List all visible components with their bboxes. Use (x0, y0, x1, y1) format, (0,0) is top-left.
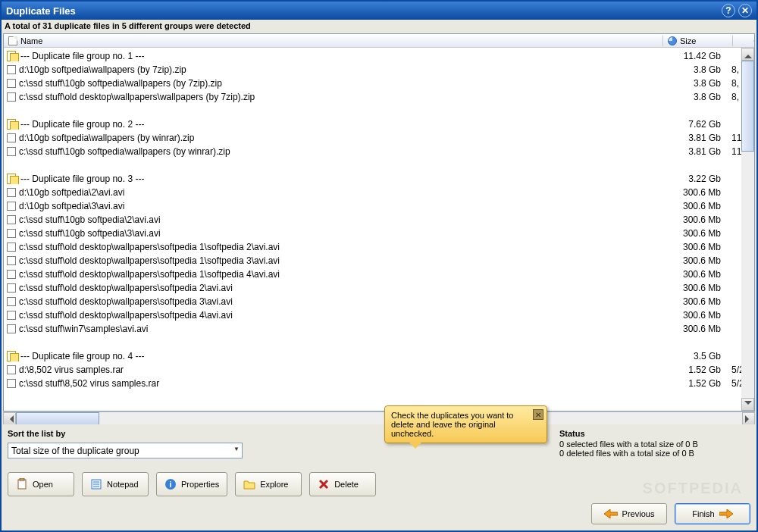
explore-button[interactable]: Explore (235, 472, 302, 496)
arrow-left-icon (604, 509, 618, 518)
arrow-right-icon (719, 509, 733, 518)
file-checkbox[interactable] (7, 92, 16, 102)
horizontal-scrollbar[interactable] (3, 412, 755, 424)
file-row[interactable]: c:\ssd stuff\old desktop\wallpapers\soft… (4, 281, 754, 295)
row-name: c:\ssd stuff\old desktop\wallpapers\soft… (19, 296, 233, 307)
group-row[interactable]: --- Duplicate file group no. 4 ---3.5 Gb (4, 349, 754, 363)
notepad-icon (90, 478, 102, 490)
file-checkbox[interactable] (7, 270, 16, 279)
file-checkbox[interactable] (7, 79, 16, 88)
row-name: c:\ssd stuff\8,502 virus samples.rar (19, 378, 159, 389)
row-size: 300.6 Mb (663, 296, 727, 307)
file-row[interactable]: c:\ssd stuff\old desktop\wallpapers\soft… (4, 268, 754, 281)
file-checkbox[interactable] (7, 365, 16, 374)
close-icon[interactable]: ✕ (738, 4, 752, 17)
scroll-down-button[interactable] (741, 398, 754, 411)
column-name[interactable]: Name (4, 36, 663, 46)
row-name: d:\10gb softpedia\3\avi.avi (19, 201, 124, 211)
file-checkbox[interactable] (7, 379, 16, 388)
sort-select[interactable] (8, 443, 243, 458)
notepad-button[interactable]: Notepad (82, 472, 149, 496)
delete-icon (318, 478, 330, 490)
summary-text: A total of 31 duplicate files in 5 diffe… (2, 20, 756, 33)
file-row[interactable]: d:\10gb softpedia\wallpapers (by 7zip).z… (4, 63, 754, 77)
file-checkbox[interactable] (7, 283, 16, 293)
file-checkbox[interactable] (7, 65, 16, 74)
status-line-2: 0 deleted files with a total size of 0 B (559, 449, 749, 458)
row-name: c:\ssd stuff\10gb softpedia\3\avi.avi (19, 228, 161, 239)
file-checkbox[interactable] (7, 202, 16, 211)
file-row[interactable]: c:\ssd stuff\old desktop\wallpapers\soft… (4, 295, 754, 308)
file-checkbox[interactable] (7, 297, 16, 306)
file-row[interactable]: c:\ssd stuff\win7\samples\avi.avi300.6 M… (4, 322, 754, 336)
delete-button[interactable]: Delete (309, 472, 376, 496)
help-icon[interactable]: ? (722, 4, 735, 17)
file-checkbox[interactable] (7, 133, 16, 142)
row-size: 7.62 Gb (663, 119, 727, 130)
folder-icon (243, 478, 255, 490)
group-row[interactable]: --- Duplicate file group no. 2 ---7.62 G… (4, 117, 754, 131)
row-size: 300.6 Mb (663, 228, 727, 239)
scroll-thumb-h[interactable] (16, 412, 99, 425)
file-checkbox[interactable] (7, 324, 16, 333)
file-row[interactable]: c:\ssd stuff\8,502 virus samples.rar1.52… (4, 377, 754, 390)
scroll-left-button[interactable] (3, 412, 16, 425)
file-checkbox[interactable] (7, 215, 16, 224)
window-title: Duplicate Files (6, 5, 719, 17)
file-checkbox[interactable] (7, 311, 16, 320)
row-size: 3.8 Gb (663, 64, 727, 75)
list-body[interactable]: --- Duplicate file group no. 1 ---11.42 … (4, 48, 754, 411)
row-name: c:\ssd stuff\10gb softpedia\2\avi.avi (19, 214, 161, 225)
vertical-scrollbar[interactable] (741, 48, 754, 411)
clipboard-icon (16, 478, 28, 490)
row-name: c:\ssd stuff\old desktop\wallpapers\soft… (19, 242, 280, 252)
column-size[interactable]: Size (663, 36, 733, 46)
group-icon (7, 119, 17, 130)
file-row[interactable]: c:\ssd stuff\10gb softpedia\wallpapers (… (4, 145, 754, 158)
file-row[interactable]: c:\ssd stuff\10gb softpedia\wallpapers (… (4, 77, 754, 90)
file-checkbox[interactable] (7, 188, 16, 197)
previous-button[interactable]: Previous (591, 503, 667, 524)
bottom-panel: Sort the list by Check the duplicates yo… (2, 424, 756, 530)
row-name: c:\ssd stuff\10gb softpedia\wallpapers (… (19, 78, 222, 89)
scroll-right-button[interactable] (742, 412, 755, 425)
row-size: 300.6 Mb (663, 269, 727, 280)
row-name: --- Duplicate file group no. 3 --- (20, 174, 144, 184)
list-header: Name Size (4, 34, 754, 48)
file-row[interactable]: c:\ssd stuff\old desktop\wallpapers\soft… (4, 240, 754, 254)
file-row[interactable]: c:\ssd stuff\old desktop\wallpapers\soft… (4, 308, 754, 322)
file-row[interactable]: d:\10gb softpedia\wallpapers (by winrar)… (4, 131, 754, 145)
group-icon (7, 51, 17, 61)
row-name: c:\ssd stuff\win7\samples\avi.avi (19, 324, 149, 334)
row-size: 300.6 Mb (663, 201, 727, 211)
file-checkbox[interactable] (7, 256, 16, 265)
file-row[interactable]: c:\ssd stuff\10gb softpedia\2\avi.avi300… (4, 213, 754, 227)
row-size: 1.52 Gb (663, 365, 727, 375)
scroll-up-button[interactable] (741, 48, 754, 61)
svg-rect-1 (20, 478, 24, 480)
file-row[interactable]: d:\10gb softpedia\3\avi.avi300.6 Mb (4, 199, 754, 213)
row-name: --- Duplicate file group no. 4 --- (20, 351, 144, 361)
row-name: --- Duplicate file group no. 1 --- (20, 51, 144, 61)
properties-button[interactable]: iProperties (156, 472, 227, 496)
row-size: 300.6 Mb (663, 310, 727, 321)
file-row[interactable]: d:\10gb softpedia\2\avi.avi300.6 Mb (4, 186, 754, 199)
scroll-thumb[interactable] (741, 61, 754, 152)
row-name: c:\ssd stuff\old desktop\wallpapers\soft… (19, 255, 280, 266)
finish-button[interactable]: Finish (675, 503, 750, 524)
file-list: Name Size --- Duplicate file group no. 1… (3, 33, 755, 412)
file-row[interactable]: d:\8,502 virus samples.rar1.52 Gb5/2 (4, 363, 754, 377)
group-row[interactable]: --- Duplicate file group no. 3 ---3.22 G… (4, 172, 754, 186)
open-button[interactable]: Open (8, 472, 74, 496)
svg-text:i: i (169, 480, 171, 489)
file-row[interactable]: c:\ssd stuff\old desktop\wallpapers\soft… (4, 254, 754, 268)
column-date[interactable] (733, 40, 754, 42)
file-checkbox[interactable] (7, 147, 16, 156)
file-checkbox[interactable] (7, 243, 16, 252)
file-row[interactable]: c:\ssd stuff\old desktop\wallpapers\wall… (4, 90, 754, 104)
file-row[interactable]: c:\ssd stuff\10gb softpedia\3\avi.avi300… (4, 227, 754, 240)
row-size: 3.81 Gb (663, 146, 727, 157)
file-checkbox[interactable] (7, 229, 16, 238)
group-row[interactable]: --- Duplicate file group no. 1 ---11.42 … (4, 49, 754, 63)
tooltip-close-icon[interactable]: ✕ (533, 409, 543, 420)
